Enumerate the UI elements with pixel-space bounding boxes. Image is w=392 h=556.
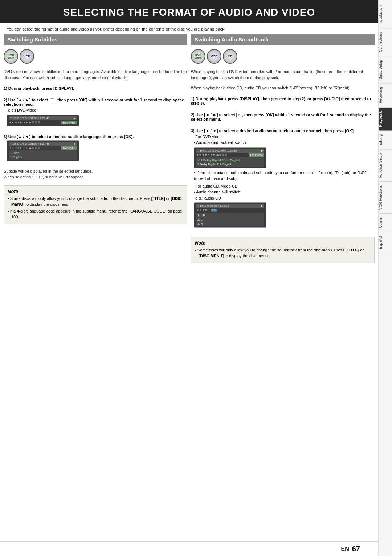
audio-note-item-1: •Some discs will only allow you to chang… <box>195 247 371 259</box>
sidebar-item-espanol[interactable]: Español <box>379 232 392 253</box>
audio-body-1: When playing back a DVD-video recorded w… <box>191 68 375 81</box>
footer-page-number: 67 <box>352 545 360 553</box>
audio-cd-screen: T 1/5 S 0:00:15 / 0:05:00 ▶ ◄◄ ◄ ■ ► CD … <box>194 202 266 228</box>
cd-icon-right: CD <box>223 49 237 64</box>
audio-step-2: 2) Use [◄ / ►] to select ♬, then press [… <box>191 113 375 122</box>
sidebar-item-connections[interactable]: Connections <box>379 28 392 56</box>
audio-cd-bullet: • Audio channel will switch. <box>194 189 375 195</box>
sidebar: Introduction Connections Basic Setup Rec… <box>378 0 392 556</box>
step3-screen: T 1/5 C 1/5 S 0:01:00 / 1:23:45 ▶ ◄◄ ◄ ■… <box>7 140 79 161</box>
audio-step1-title: 1) During playback press [DISPLAY], then… <box>191 97 375 105</box>
left-column: Switching Subtitles DVD Video VCD DVD-vi… <box>4 34 187 538</box>
subtitles-after-steps: Subtitle will be displayed in the select… <box>4 168 187 181</box>
subtitles-note: Note •Some discs will only allow you to … <box>4 185 187 224</box>
vcd-icon-left: VCD <box>20 49 34 64</box>
page-footer: EN 67 <box>0 541 378 556</box>
sidebar-item-others[interactable]: Others <box>379 214 392 232</box>
audio-for-dvd: For DVD-video <box>191 134 375 140</box>
subtitles-note-item-1: •Some discs will only allow you to chang… <box>8 196 183 208</box>
audio-step2-title: 2) Use [◄ / ►] to select ♬, then press [… <box>191 113 375 121</box>
sidebar-item-function-setup[interactable]: Function Setup <box>379 150 392 182</box>
dvd-video-icon-right: DVD Video <box>191 49 205 64</box>
step2-eg: e.g.) DVD-video <box>4 107 187 113</box>
dvd-video-icon-left: DVD Video <box>4 49 18 64</box>
subtitles-step-1: 1) During playback, press [DISPLAY]. <box>4 86 187 91</box>
audio-mix-note: • If the title contains both main and su… <box>194 170 375 182</box>
subtitles-note-title: Note <box>8 189 183 194</box>
page-title: SELECTING THE FORMAT OF AUDIO AND VIDEO <box>0 0 378 23</box>
subtitles-body: DVD-video may have subtitles in 1 or mor… <box>4 68 187 81</box>
step2-screen: T 1/5 C 1/5 S 0:01:00 / 1:23:45 ▶ ◄◄ ◄ ■… <box>7 115 79 126</box>
audio-eg-cd: e.g.) audio CD <box>191 195 375 201</box>
sidebar-item-vcr-functions[interactable]: VCR Functions <box>379 182 392 214</box>
subtitles-note-item-2: •If a 4-digit language code appears in t… <box>8 208 183 220</box>
intro-text: You can select the format of audio and v… <box>0 23 378 34</box>
subtitles-step-2: 2) Use [◄ / ►] to select ☰, then press [… <box>4 98 187 128</box>
audio-step-1: 1) During playback press [DISPLAY], then… <box>191 97 375 106</box>
sidebar-item-recording[interactable]: Recording <box>379 83 392 108</box>
step2-title: 2) Use [◄ / ►] to select ☰, then press [… <box>4 98 187 106</box>
sidebar-item-basic-setup[interactable]: Basic Setup <box>379 56 392 83</box>
vcd-icon-right: VCD <box>207 49 221 64</box>
audio-dvd-screen: T 1/5 C 1/5 S 0:01:00 / 1:23:45 ▶ ◄◄ ◄ ■… <box>194 147 266 168</box>
audio-step-3: 3) Use [▲ / ▼] to select a desired audio… <box>191 129 375 229</box>
subtitles-header: Switching Subtitles <box>4 34 187 45</box>
audio-note-title: Note <box>195 240 371 246</box>
audio-dvd-bullet: • Audio soundtrack will switch. <box>194 140 375 146</box>
step3-title: 3) Use [▲ / ▼] to select a desired subti… <box>4 134 187 139</box>
subtitles-step-3: 3) Use [▲ / ▼] to select a desired subti… <box>4 134 187 163</box>
audio-note: Note •Some discs will only allow you to … <box>191 237 375 263</box>
audio-for-cd: For audio CD, video CD <box>191 183 375 189</box>
sidebar-item-editing[interactable]: Editing <box>379 131 392 150</box>
audio-header: Switching Audio Soundtrack <box>191 34 375 45</box>
audio-step3-title: 3) Use [▲ / ▼] to select a desired audio… <box>191 129 375 133</box>
subtitles-disc-icons: DVD Video VCD <box>4 49 187 64</box>
sidebar-item-playback[interactable]: Playback <box>379 108 392 131</box>
right-column: Switching Audio Soundtrack DVD Video VCD <box>191 34 375 538</box>
step1-title: 1) During playback, press [DISPLAY]. <box>4 86 187 90</box>
sidebar-item-introduction[interactable]: Introduction <box>379 2 392 28</box>
audio-disc-icons: DVD Video VCD CD <box>191 49 375 64</box>
audio-body-2: When playing back video CD, audio CD you… <box>191 84 375 92</box>
footer-en-label: EN <box>341 546 349 552</box>
